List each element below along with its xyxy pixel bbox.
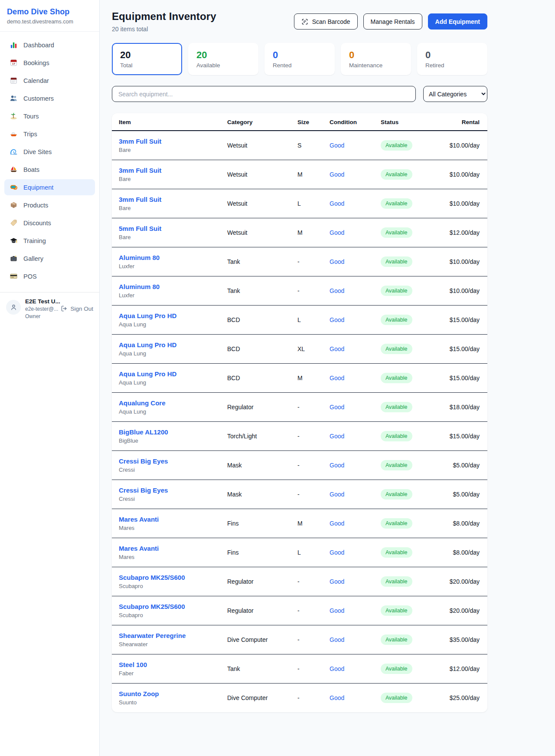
item-condition-link[interactable]: Good [330, 607, 344, 614]
item-name-link[interactable]: Aqua Lung Pro HD [119, 312, 213, 319]
sidebar-item-bookings[interactable]: 17 Bookings [4, 55, 95, 71]
item-rental-rate: $10.00/day [450, 287, 480, 294]
stat-card-available[interactable]: 20 Available [188, 43, 258, 75]
manage-rentals-label: Manage Rentals [371, 18, 415, 25]
item-condition-link[interactable]: Good [330, 665, 344, 672]
item-size: - [291, 247, 323, 276]
bookings-icon: 17 [10, 59, 18, 67]
add-equipment-button[interactable]: Add Equipment [428, 13, 487, 30]
item-name-link[interactable]: Cressi Big Eyes [119, 486, 213, 494]
sidebar-item-training[interactable]: Training [4, 233, 95, 249]
item-rental-rate: $10.00/day [450, 200, 480, 207]
status-badge: Available [381, 227, 412, 238]
user-role: Owner [25, 313, 56, 319]
sign-out-label: Sign Out [70, 306, 93, 312]
item-condition-link[interactable]: Good [330, 694, 344, 701]
item-category: Regulator [220, 393, 291, 422]
sidebar-item-products[interactable]: Products [4, 197, 95, 213]
status-badge: Available [381, 256, 412, 267]
item-condition-link[interactable]: Good [330, 433, 344, 440]
sidebar-item-boats[interactable]: Boats [4, 161, 95, 177]
item-condition-link[interactable]: Good [330, 375, 344, 381]
item-condition-link[interactable]: Good [330, 636, 344, 643]
item-name-link[interactable]: Aluminum 80 [119, 283, 213, 290]
sidebar-item-pos[interactable]: POS [4, 268, 95, 284]
item-name-link[interactable]: Aqua Lung Pro HD [119, 370, 213, 378]
sidebar-item-trips[interactable]: Trips [4, 126, 95, 142]
stat-value: 20 [196, 49, 250, 61]
item-name-link[interactable]: 3mm Full Suit [119, 138, 213, 145]
item-condition-link[interactable]: Good [330, 578, 344, 585]
boats-icon [10, 165, 18, 174]
status-badge: Available [381, 693, 412, 703]
category-select[interactable]: All Categories [423, 86, 487, 102]
item-name-link[interactable]: Mares Avanti [119, 545, 213, 552]
search-input[interactable] [112, 86, 416, 102]
page-title: Equipment Inventory [112, 10, 216, 23]
col-size: Size [291, 113, 323, 131]
items-total: 20 items total [112, 26, 216, 33]
item-name-link[interactable]: BigBlue AL1200 [119, 428, 213, 436]
item-condition-link[interactable]: Good [330, 229, 344, 236]
sidebar-item-discounts[interactable]: Discounts [4, 215, 95, 231]
item-condition-link[interactable]: Good [330, 287, 344, 294]
item-rental-rate: $12.00/day [450, 229, 480, 236]
col-rental: Rental [431, 113, 487, 131]
sidebar-item-dive-sites[interactable]: Dive Sites [4, 144, 95, 160]
item-condition-link[interactable]: Good [330, 200, 344, 207]
item-name-link[interactable]: Mares Avanti [119, 516, 213, 523]
item-name-link[interactable]: Scubapro MK25/S600 [119, 574, 213, 581]
item-name-link[interactable]: Suunto Zoop [119, 690, 213, 697]
stat-card-retired[interactable]: 0 Retired [417, 43, 487, 75]
item-condition-link[interactable]: Good [330, 549, 344, 556]
item-condition-link[interactable]: Good [330, 462, 344, 469]
item-size: M [291, 364, 323, 393]
item-name-link[interactable]: Shearwater Peregrine [119, 632, 213, 639]
sign-out-button[interactable]: Sign Out [61, 305, 93, 312]
item-name-link[interactable]: 3mm Full Suit [119, 167, 213, 174]
item-condition-link[interactable]: Good [330, 258, 344, 265]
item-name-link[interactable]: Steel 100 [119, 661, 213, 668]
item-condition-link[interactable]: Good [330, 491, 344, 498]
item-name-link[interactable]: Aqua Lung Pro HD [119, 341, 213, 348]
item-condition-link[interactable]: Good [330, 345, 344, 352]
sidebar-item-label: Equipment [23, 184, 53, 191]
sidebar-item-tours[interactable]: Tours [4, 108, 95, 124]
item-condition-link[interactable]: Good [330, 142, 344, 149]
item-category: Dive Computer [220, 684, 291, 713]
item-condition-link[interactable]: Good [330, 171, 344, 178]
item-name-link[interactable]: 3mm Full Suit [119, 196, 213, 203]
stat-card-total[interactable]: 20 Total [112, 43, 182, 75]
item-condition-link[interactable]: Good [330, 520, 344, 527]
item-condition-link[interactable]: Good [330, 316, 344, 323]
sidebar-item-customers[interactable]: Customers [4, 90, 95, 106]
stat-card-maintenance[interactable]: 0 Maintenance [341, 43, 411, 75]
sidebar-item-label: Discounts [23, 220, 51, 227]
stat-card-rented[interactable]: 0 Rented [264, 43, 335, 75]
item-condition-link[interactable]: Good [330, 404, 344, 411]
item-brand: Mares [119, 525, 213, 531]
manage-rentals-button[interactable]: Manage Rentals [363, 13, 422, 30]
scan-barcode-button[interactable]: Scan Barcode [294, 13, 358, 30]
sidebar-item-label: POS [23, 273, 37, 280]
item-brand: Faber [119, 670, 213, 677]
item-name-link[interactable]: 5mm Full Suit [119, 225, 213, 232]
equipment-table: Item Category Size Condition Status Rent… [112, 113, 487, 712]
status-badge: Available [381, 169, 412, 180]
item-brand: Luxfer [119, 263, 213, 270]
sidebar-item-dashboard[interactable]: Dashboard [4, 37, 95, 53]
table-row: Mares Avanti Mares Fins M Good Available… [112, 509, 487, 538]
item-name-link[interactable]: Aluminum 80 [119, 254, 213, 261]
item-name-link[interactable]: Scubapro MK25/S600 [119, 603, 213, 610]
item-name-link[interactable]: Aqualung Core [119, 399, 213, 407]
products-icon [10, 201, 18, 209]
sidebar-item-gallery[interactable]: Gallery [4, 250, 95, 266]
sidebar-item-calendar[interactable]: Calendar [4, 72, 95, 89]
equipment-icon [10, 183, 18, 191]
sidebar-nav: Dashboard 17 Bookings Calendar Customers… [0, 32, 99, 288]
sidebar-item-equipment[interactable]: Equipment [4, 179, 95, 195]
item-name-link[interactable]: Cressi Big Eyes [119, 457, 213, 465]
table-row: Cressi Big Eyes Cressi Mask - Good Avail… [112, 480, 487, 509]
status-badge: Available [381, 664, 412, 674]
training-icon [10, 237, 18, 245]
